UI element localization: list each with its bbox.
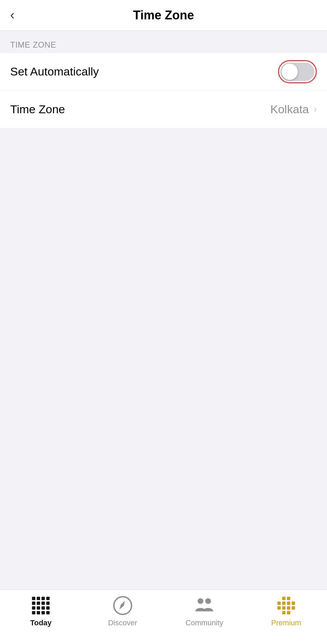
tab-community[interactable]: Community <box>164 595 245 627</box>
tab-discover[interactable]: Discover <box>82 595 164 627</box>
discover-icon <box>113 595 133 616</box>
page-title: Time Zone <box>133 8 194 22</box>
community-tab-label: Community <box>186 618 223 627</box>
today-tab-label: Today <box>30 618 52 627</box>
time-zone-label: Time Zone <box>10 103 65 116</box>
toggle-knob <box>281 64 298 80</box>
set-automatically-row: Set Automatically <box>0 53 327 90</box>
premium-icon <box>276 595 296 616</box>
community-icon <box>194 595 214 616</box>
today-icon <box>31 595 51 616</box>
discover-tab-label: Discover <box>108 618 137 627</box>
tab-today[interactable]: Today <box>0 595 82 627</box>
tab-bar: Today Discover Community <box>0 590 327 644</box>
time-zone-row[interactable]: Time Zone Kolkata › <box>0 90 327 128</box>
svg-point-2 <box>198 598 204 604</box>
tab-premium[interactable]: Premium <box>245 595 327 627</box>
premium-tab-label: Premium <box>271 618 301 627</box>
time-zone-right: Kolkata › <box>270 103 317 116</box>
svg-marker-1 <box>119 601 125 610</box>
set-automatically-toggle[interactable] <box>280 63 314 81</box>
time-zone-value: Kolkata <box>270 103 309 116</box>
set-automatically-toggle-wrapper <box>278 60 317 83</box>
main-content <box>0 128 327 590</box>
section-label: TIME ZONE <box>0 31 327 53</box>
header: ‹ Time Zone <box>0 0 327 31</box>
settings-list: Set Automatically Time Zone Kolkata › <box>0 53 327 128</box>
chevron-right-icon: › <box>314 104 317 115</box>
svg-point-3 <box>205 598 211 604</box>
set-automatically-label: Set Automatically <box>10 65 99 78</box>
back-button[interactable]: ‹ <box>10 8 15 22</box>
